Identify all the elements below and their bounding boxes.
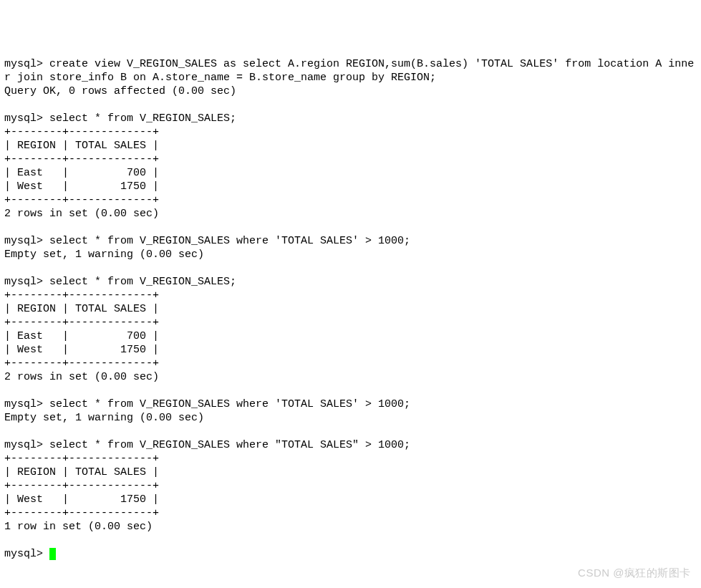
response-empty: Empty set, 1 warning (0.00 sec) bbox=[4, 249, 204, 261]
sql-select-where: select * from V_REGION_SALES where 'TOTA… bbox=[49, 398, 410, 410]
sql-select: select * from V_REGION_SALES; bbox=[49, 276, 236, 288]
terminal-output[interactable]: mysql> create view V_REGION_SALES as sel… bbox=[4, 58, 694, 560]
response-rowcount: 1 row in set (0.00 sec) bbox=[4, 521, 153, 533]
sql-select-where: select * from V_REGION_SALES where 'TOTA… bbox=[49, 235, 410, 247]
watermark: CSDN @疯狂的斯图卡 bbox=[578, 566, 691, 579]
table-border: +--------+-------------+ bbox=[4, 317, 159, 329]
table-border: +--------+-------------+ bbox=[4, 153, 159, 165]
cursor[interactable] bbox=[49, 548, 56, 560]
sql-select-where: select * from V_REGION_SALES where "TOTA… bbox=[49, 439, 410, 451]
table-row: | East | 700 | bbox=[4, 167, 159, 179]
response-query-ok: Query OK, 0 rows affected (0.00 sec) bbox=[4, 85, 236, 97]
table-border: +--------+-------------+ bbox=[4, 357, 159, 370]
prompt: mysql> bbox=[4, 112, 49, 125]
table-row: | West | 1750 | bbox=[4, 180, 159, 193]
response-rowcount: 2 rows in set (0.00 sec) bbox=[4, 371, 159, 383]
sql-select: select * from V_REGION_SALES; bbox=[49, 112, 236, 125]
prompt: mysql> bbox=[4, 276, 49, 288]
response-empty: Empty set, 1 warning (0.00 sec) bbox=[4, 412, 204, 424]
table-border: +--------+-------------+ bbox=[4, 480, 159, 492]
table-header: | REGION | TOTAL SALES | bbox=[4, 466, 159, 478]
prompt: mysql> bbox=[4, 235, 49, 247]
table-row: | West | 1750 | bbox=[4, 493, 159, 506]
table-border: +--------+-------------+ bbox=[4, 289, 159, 302]
table-border: +--------+-------------+ bbox=[4, 126, 159, 138]
table-border: +--------+-------------+ bbox=[4, 453, 159, 465]
prompt: mysql> bbox=[4, 439, 49, 451]
table-border: +--------+-------------+ bbox=[4, 507, 159, 519]
prompt: mysql> bbox=[4, 398, 49, 410]
sql-create-view: create view V_REGION_SALES as select A.r… bbox=[4, 58, 694, 84]
prompt: mysql> bbox=[4, 548, 49, 560]
table-row: | West | 1750 | bbox=[4, 344, 159, 356]
table-row: | East | 700 | bbox=[4, 330, 159, 342]
table-border: +--------+-------------+ bbox=[4, 194, 159, 206]
prompt: mysql> bbox=[4, 58, 49, 70]
response-rowcount: 2 rows in set (0.00 sec) bbox=[4, 208, 159, 220]
table-header: | REGION | TOTAL SALES | bbox=[4, 140, 159, 152]
table-header: | REGION | TOTAL SALES | bbox=[4, 303, 159, 315]
